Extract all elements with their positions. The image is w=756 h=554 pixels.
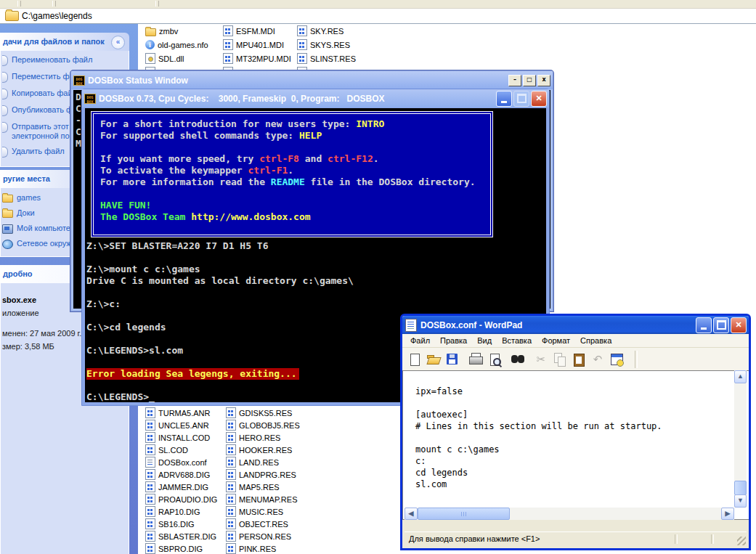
file-name: MUSIC.RES bbox=[239, 508, 283, 516]
file-item[interactable]: MAP5.RES bbox=[226, 481, 300, 493]
save-icon[interactable] bbox=[444, 351, 460, 367]
file-item[interactable]: UNCLE5.ANR bbox=[145, 419, 217, 431]
file-item[interactable]: MPU401.MDI bbox=[223, 38, 291, 52]
place-link-label: games bbox=[17, 193, 41, 203]
file-item[interactable]: INSTALL.COD bbox=[145, 431, 217, 444]
file-item[interactable]: OBJECT.RES bbox=[226, 518, 300, 530]
scroll-left-button[interactable]: ◀ bbox=[405, 508, 418, 520]
dos-console-line: Z:\>SET BLASTER=A220 I7 D1 H5 T6 bbox=[86, 240, 268, 251]
file-name: zmbv bbox=[159, 27, 178, 36]
date-time-icon[interactable] bbox=[609, 351, 625, 367]
scrollbar-thumb[interactable] bbox=[734, 481, 747, 495]
maximize-button[interactable]: □ bbox=[523, 75, 536, 86]
minimize-button[interactable] bbox=[496, 91, 512, 107]
file-icon bbox=[226, 494, 236, 505]
file-item[interactable]: MT32MPU.MDI bbox=[223, 52, 291, 65]
close-button[interactable]: ✕ bbox=[731, 317, 747, 333]
print-preview-icon[interactable] bbox=[487, 351, 503, 367]
file-item[interactable]: PROAUDIO.DIG bbox=[145, 493, 217, 505]
dosbox-titlebar[interactable]: DOSBOX DOSBox 0.73, Cpu Cycles: 3000, Fr… bbox=[82, 89, 549, 107]
file-item[interactable]: PINK.RES bbox=[226, 542, 300, 554]
open-icon[interactable] bbox=[426, 351, 442, 367]
file-name: MPU401.MDI bbox=[236, 41, 284, 49]
wordpad-document[interactable]: ipx=false [autoexec]# Lines in this sect… bbox=[402, 370, 749, 520]
dos-console-line-wrap bbox=[86, 357, 354, 368]
file-item[interactable]: SBLASTER.DIG bbox=[145, 530, 217, 542]
scrollbar-thumb[interactable] bbox=[418, 508, 510, 520]
minimize-button[interactable] bbox=[696, 317, 712, 333]
print-icon[interactable] bbox=[468, 351, 484, 367]
address-bar[interactable]: C:\games\legends bbox=[0, 9, 756, 24]
undo-icon[interactable]: ↶ bbox=[590, 351, 606, 367]
file-item[interactable]: HOOKER.RES bbox=[226, 444, 300, 456]
menu-item-Файл[interactable]: Файл bbox=[405, 336, 435, 345]
file-item[interactable]: GLOBOBJ5.RES bbox=[226, 419, 300, 431]
file-item[interactable]: SKYS.RES bbox=[297, 38, 366, 52]
file-name: SBLASTER.DIG bbox=[158, 532, 216, 541]
file-item[interactable]: JAMMER.DIG bbox=[145, 481, 217, 493]
dos-intro-line: For supported shell commands type: HELP bbox=[100, 130, 490, 142]
file-item[interactable]: SKY.RES bbox=[297, 24, 366, 38]
menu-item-Формат[interactable]: Формат bbox=[537, 336, 575, 345]
resize-grip[interactable] bbox=[737, 537, 746, 545]
file-icon bbox=[145, 518, 155, 529]
close-button[interactable]: ✕ bbox=[531, 91, 547, 107]
file-item[interactable]: LANDPRG.RES bbox=[226, 468, 300, 481]
file-item[interactable]: MENUMAP.RES bbox=[226, 493, 300, 505]
other-places-header-label: ругие места bbox=[3, 174, 50, 183]
collapse-chevron-icon[interactable]: « bbox=[111, 36, 125, 49]
horizontal-scrollbar[interactable]: ◀ ▶ bbox=[405, 508, 734, 520]
vertical-scrollbar[interactable]: ▲ ▼ bbox=[734, 370, 747, 508]
scroll-up-button[interactable]: ▲ bbox=[734, 370, 747, 383]
find-icon[interactable] bbox=[510, 351, 526, 367]
maximize-button[interactable] bbox=[713, 317, 729, 333]
file-item[interactable]: TURMA5.ANR bbox=[145, 407, 217, 419]
document-text-line: [autoexec] bbox=[415, 409, 749, 420]
menu-item-Вид[interactable]: Вид bbox=[472, 336, 497, 345]
address-input[interactable]: C:\games\legends bbox=[22, 11, 92, 21]
dos-console-line-wrap bbox=[86, 252, 354, 264]
file-name: GLOBOBJ5.RES bbox=[239, 421, 300, 430]
task-link[interactable]: Переименовать файл bbox=[2, 55, 127, 66]
scroll-right-button[interactable]: ▶ bbox=[721, 508, 734, 520]
wordpad-titlebar[interactable]: DOSBox.conf - WordPad ✕ bbox=[402, 316, 749, 334]
maximize-button[interactable] bbox=[513, 91, 529, 107]
place-link-label: Мой компьютер bbox=[17, 224, 75, 233]
file-item[interactable]: RAP10.DIG bbox=[145, 505, 217, 518]
dosbox-app-icon: DOSBOX bbox=[84, 94, 96, 104]
place-link-label: Сетевое окруже bbox=[17, 239, 76, 248]
menu-item-Справка[interactable]: Справка bbox=[575, 336, 617, 345]
paste-icon[interactable] bbox=[571, 351, 587, 367]
folder-icon bbox=[2, 195, 13, 203]
status-window-titlebar[interactable]: DOSBOX DOSBox Status Window – □ x bbox=[71, 71, 553, 89]
file-item[interactable]: DOSBox.conf bbox=[145, 456, 217, 468]
file-item[interactable]: LAND.RES bbox=[226, 456, 300, 468]
file-item[interactable]: SB16.DIG bbox=[145, 518, 217, 530]
file-item[interactable]: zmbv bbox=[145, 24, 208, 38]
rename-file-icon bbox=[2, 55, 8, 66]
file-icon bbox=[226, 457, 236, 468]
file-item[interactable]: PERSON.RES bbox=[226, 530, 300, 542]
file-item[interactable]: SBPRO.DIG bbox=[145, 542, 217, 554]
file-item[interactable]: SL.COD bbox=[145, 444, 217, 456]
file-item[interactable]: SDL.dll bbox=[145, 52, 208, 65]
file-item[interactable]: HERO.RES bbox=[226, 431, 300, 444]
new-document-icon[interactable] bbox=[407, 351, 423, 367]
file-item[interactable]: GDISKS5.RES bbox=[226, 407, 300, 419]
dos-console-line-wrap: Drive C is mounted as local directory c:… bbox=[86, 275, 354, 287]
minimize-button[interactable]: – bbox=[508, 75, 521, 86]
menu-item-Вставка[interactable]: Вставка bbox=[497, 336, 537, 345]
file-name: HERO.RES bbox=[239, 433, 280, 442]
close-button[interactable]: x bbox=[537, 75, 550, 86]
copy-icon[interactable] bbox=[552, 351, 568, 367]
file-item[interactable]: old-games.nfo bbox=[145, 38, 208, 52]
file-item[interactable]: ADRV688.DIG bbox=[145, 468, 217, 481]
scroll-down-button[interactable]: ▼ bbox=[734, 494, 747, 508]
file-name: SLINST.RES bbox=[310, 54, 356, 63]
menu-item-Правка[interactable]: Правка bbox=[435, 336, 472, 345]
file-item[interactable]: ESFM.MDI bbox=[223, 24, 291, 38]
file-name: TURMA5.ANR bbox=[158, 409, 211, 417]
file-item[interactable]: MUSIC.RES bbox=[226, 505, 300, 518]
file-item[interactable]: SLINST.RES bbox=[297, 52, 366, 65]
cut-icon[interactable]: ✂ bbox=[533, 351, 549, 367]
